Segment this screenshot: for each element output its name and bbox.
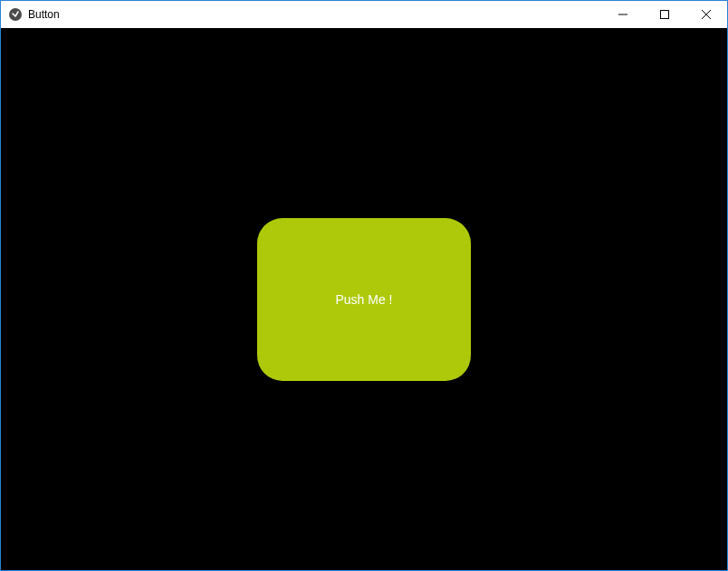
window-controls — [602, 1, 727, 28]
svg-rect-2 — [661, 11, 669, 19]
content-area: Push Me ! — [1, 28, 727, 570]
window-app-icon — [8, 7, 23, 22]
push-me-button[interactable]: Push Me ! — [257, 218, 471, 381]
close-icon — [702, 10, 711, 19]
minimize-icon — [618, 10, 627, 19]
close-button[interactable] — [685, 1, 727, 28]
maximize-button[interactable] — [644, 1, 685, 28]
svg-point-0 — [9, 8, 22, 21]
window-titlebar: Button — [1, 1, 727, 28]
minimize-button[interactable] — [602, 1, 644, 28]
window-title: Button — [28, 8, 60, 21]
maximize-icon — [660, 10, 669, 19]
